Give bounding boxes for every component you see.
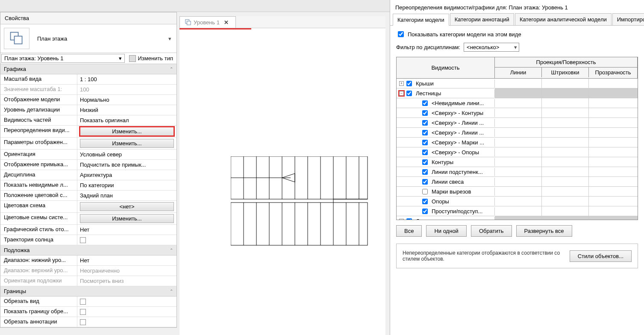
category-checkbox[interactable]: [422, 209, 428, 214]
section-graphics[interactable]: Графика⌃: [0, 64, 176, 74]
collapse-icon[interactable]: −: [399, 91, 404, 96]
canvas[interactable]: [179, 28, 385, 335]
sun-path-checkbox[interactable]: [80, 237, 86, 243]
override-cell[interactable]: [589, 206, 638, 216]
discipline-filter-select[interactable]: <несколько>: [464, 43, 519, 52]
override-cell[interactable]: [495, 128, 542, 137]
category-row[interactable]: Линии подступенк...: [397, 167, 638, 177]
invert-button[interactable]: Обратить: [471, 225, 512, 237]
override-cell[interactable]: [542, 118, 589, 127]
override-cell[interactable]: [495, 147, 542, 157]
section-bounds[interactable]: Границы⌃: [0, 286, 176, 297]
category-checkbox[interactable]: [422, 120, 428, 126]
category-checkbox[interactable]: [406, 218, 412, 220]
override-cell[interactable]: [495, 197, 542, 206]
close-icon[interactable]: ✕: [222, 19, 230, 26]
override-cell[interactable]: [589, 79, 638, 88]
expand-icon[interactable]: +: [399, 81, 404, 86]
override-cell[interactable]: [589, 108, 638, 118]
override-cell[interactable]: [589, 128, 638, 137]
override-cell[interactable]: [495, 157, 542, 167]
override-cell[interactable]: [542, 88, 589, 98]
override-cell[interactable]: [495, 98, 542, 108]
display-params-button[interactable]: Изменить...: [80, 139, 174, 148]
override-cell[interactable]: [495, 187, 542, 196]
category-checkbox[interactable]: [406, 91, 412, 96]
category-row[interactable]: <Сверху> - Контуры: [397, 108, 638, 118]
category-row[interactable]: +Крыши: [397, 79, 638, 88]
override-cell[interactable]: [589, 187, 638, 196]
tab-imported[interactable]: Импортированные к: [612, 13, 644, 25]
override-cell[interactable]: [542, 147, 589, 157]
category-row[interactable]: Марки вырезов: [397, 187, 638, 197]
override-cell[interactable]: [589, 197, 638, 206]
category-checkbox[interactable]: [422, 189, 428, 194]
override-cell[interactable]: [589, 216, 638, 220]
edit-type-button[interactable]: Изменить тип: [126, 54, 176, 63]
type-selector[interactable]: План этажа ▾: [0, 24, 176, 53]
override-cell[interactable]: [495, 206, 542, 216]
override-cell[interactable]: [589, 138, 638, 147]
override-cell[interactable]: [589, 157, 638, 167]
none-button[interactable]: Ни одной: [426, 225, 466, 237]
override-cell[interactable]: [542, 177, 589, 186]
override-cell[interactable]: [495, 138, 542, 147]
category-row[interactable]: <Сверху> - Линии ...: [397, 128, 638, 138]
category-checkbox[interactable]: [422, 199, 428, 204]
tab-annotation-categories[interactable]: Категории аннотаций: [450, 13, 514, 25]
override-cell[interactable]: [495, 88, 542, 98]
crop-view-checkbox[interactable]: [80, 299, 86, 305]
override-cell[interactable]: [495, 79, 542, 88]
override-cell[interactable]: [589, 98, 638, 108]
category-row[interactable]: Контуры: [397, 157, 638, 167]
override-cell[interactable]: [495, 108, 542, 118]
category-row[interactable]: −Лестницы: [397, 88, 638, 98]
override-cell[interactable]: [495, 216, 542, 220]
category-row[interactable]: +Линии: [397, 216, 638, 220]
view-tab-level1[interactable]: Уровень 1 ✕: [179, 16, 236, 28]
category-checkbox[interactable]: [406, 81, 412, 86]
category-row[interactable]: Проступи/подступ...: [397, 206, 638, 216]
category-checkbox[interactable]: [422, 130, 428, 135]
category-checkbox[interactable]: [422, 100, 428, 106]
override-cell[interactable]: [542, 167, 589, 176]
tab-model-categories[interactable]: Категории модели: [393, 14, 449, 26]
override-cell[interactable]: [589, 167, 638, 176]
category-checkbox[interactable]: [422, 140, 428, 145]
category-row[interactable]: <Сверху> - Опоры: [397, 147, 638, 157]
tab-analytical-categories[interactable]: Категории аналитической модели: [515, 13, 612, 25]
override-cell[interactable]: [542, 108, 589, 118]
override-cell[interactable]: [495, 167, 542, 176]
chevron-down-icon[interactable]: ▾: [166, 35, 173, 42]
object-styles-button[interactable]: Стили объектов...: [570, 250, 632, 262]
section-underlay[interactable]: Подложка⌃: [0, 245, 176, 256]
visibility-override-button[interactable]: Изменить...: [80, 127, 174, 136]
crop-annotations-checkbox[interactable]: [80, 319, 86, 325]
color-scheme-button[interactable]: <нет>: [80, 202, 174, 211]
category-checkbox[interactable]: [422, 159, 428, 165]
category-row[interactable]: <Сверху> - Марки ...: [397, 138, 638, 147]
category-row[interactable]: <Сверху> - Линии ...: [397, 118, 638, 128]
all-button[interactable]: Все: [396, 225, 422, 237]
expand-icon[interactable]: +: [399, 219, 404, 220]
override-cell[interactable]: [542, 128, 589, 137]
override-cell[interactable]: [542, 216, 589, 220]
override-cell[interactable]: [589, 147, 638, 157]
override-cell[interactable]: [495, 177, 542, 186]
override-cell[interactable]: [542, 187, 589, 196]
category-row[interactable]: Линии свеса: [397, 177, 638, 187]
show-categories-checkbox[interactable]: [398, 31, 404, 37]
category-checkbox[interactable]: [422, 169, 428, 175]
system-colors-button[interactable]: Изменить...: [80, 214, 174, 223]
category-checkbox[interactable]: [422, 179, 428, 185]
override-cell[interactable]: [542, 79, 589, 88]
category-row[interactable]: Опоры: [397, 197, 638, 206]
override-cell[interactable]: [589, 177, 638, 186]
override-cell[interactable]: [542, 157, 589, 167]
override-cell[interactable]: [589, 88, 638, 98]
view-instance-select[interactable]: План этажа: Уровень 1▾: [1, 54, 125, 63]
override-cell[interactable]: [542, 197, 589, 206]
category-row[interactable]: <Невидимые лини...: [397, 98, 638, 108]
override-cell[interactable]: [542, 206, 589, 216]
crop-boundary-checkbox[interactable]: [80, 309, 86, 315]
